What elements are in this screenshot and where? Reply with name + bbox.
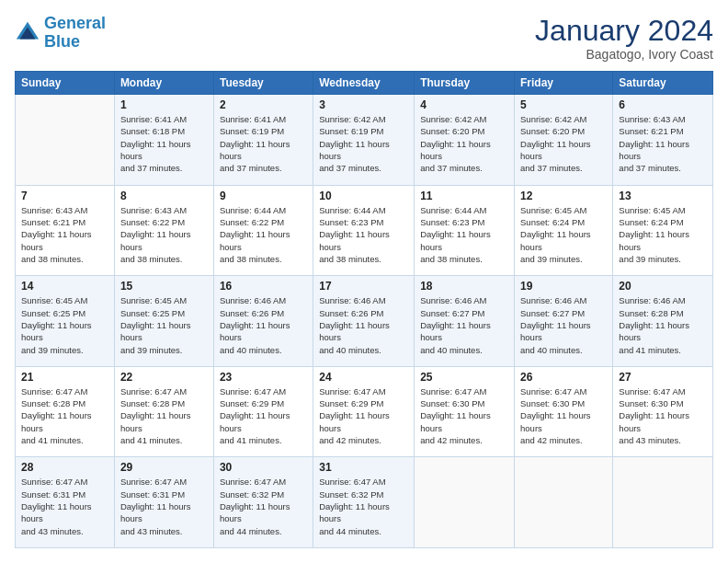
day-number: 31 bbox=[319, 461, 408, 474]
week-row-5: 28Sunrise: 6:47 AMSunset: 6:31 PMDayligh… bbox=[16, 457, 713, 548]
day-info: Sunrise: 6:46 AMSunset: 6:28 PMDaylight:… bbox=[619, 294, 707, 355]
day-number: 17 bbox=[319, 280, 408, 293]
day-cell: 29Sunrise: 6:47 AMSunset: 6:31 PMDayligh… bbox=[114, 457, 213, 548]
day-number: 14 bbox=[21, 280, 108, 293]
day-cell: 30Sunrise: 6:47 AMSunset: 6:32 PMDayligh… bbox=[213, 457, 313, 548]
day-cell: 17Sunrise: 6:46 AMSunset: 6:26 PMDayligh… bbox=[313, 276, 415, 367]
day-cell: 24Sunrise: 6:47 AMSunset: 6:29 PMDayligh… bbox=[313, 366, 415, 457]
day-number: 16 bbox=[220, 280, 307, 293]
day-cell: 11Sunrise: 6:44 AMSunset: 6:23 PMDayligh… bbox=[415, 185, 515, 276]
day-number: 10 bbox=[319, 190, 408, 202]
day-info: Sunrise: 6:46 AMSunset: 6:27 PMDaylight:… bbox=[420, 294, 508, 355]
day-cell: 14Sunrise: 6:45 AMSunset: 6:25 PMDayligh… bbox=[16, 276, 115, 367]
day-info: Sunrise: 6:41 AMSunset: 6:19 PMDaylight:… bbox=[220, 113, 307, 174]
week-row-3: 14Sunrise: 6:45 AMSunset: 6:25 PMDayligh… bbox=[16, 276, 713, 367]
day-cell: 28Sunrise: 6:47 AMSunset: 6:31 PMDayligh… bbox=[16, 457, 115, 548]
day-cell: 26Sunrise: 6:47 AMSunset: 6:30 PMDayligh… bbox=[515, 366, 613, 457]
weekday-header-friday: Friday bbox=[515, 72, 613, 95]
day-cell: 21Sunrise: 6:47 AMSunset: 6:28 PMDayligh… bbox=[16, 366, 115, 457]
day-number: 28 bbox=[21, 461, 108, 474]
page: General Blue January 2024 Bagatogo, Ivor… bbox=[0, 0, 728, 563]
day-info: Sunrise: 6:42 AMSunset: 6:20 PMDaylight:… bbox=[420, 113, 508, 174]
weekday-header-row: SundayMondayTuesdayWednesdayThursdayFrid… bbox=[16, 72, 713, 95]
day-info: Sunrise: 6:43 AMSunset: 6:22 PMDaylight:… bbox=[120, 204, 208, 265]
day-info: Sunrise: 6:47 AMSunset: 6:29 PMDaylight:… bbox=[319, 385, 408, 446]
day-cell: 22Sunrise: 6:47 AMSunset: 6:28 PMDayligh… bbox=[114, 366, 213, 457]
weekday-header-thursday: Thursday bbox=[415, 72, 515, 95]
day-info: Sunrise: 6:46 AMSunset: 6:26 PMDaylight:… bbox=[220, 294, 307, 355]
day-cell: 6Sunrise: 6:43 AMSunset: 6:21 PMDaylight… bbox=[613, 95, 713, 186]
weekday-header-tuesday: Tuesday bbox=[213, 72, 313, 95]
day-cell: 19Sunrise: 6:46 AMSunset: 6:27 PMDayligh… bbox=[515, 276, 613, 367]
day-number: 24 bbox=[319, 371, 408, 384]
day-cell: 2Sunrise: 6:41 AMSunset: 6:19 PMDaylight… bbox=[213, 95, 313, 186]
day-info: Sunrise: 6:47 AMSunset: 6:28 PMDaylight:… bbox=[21, 385, 108, 446]
day-info: Sunrise: 6:43 AMSunset: 6:21 PMDaylight:… bbox=[619, 113, 707, 174]
day-cell: 1Sunrise: 6:41 AMSunset: 6:18 PMDaylight… bbox=[114, 95, 213, 186]
day-info: Sunrise: 6:45 AMSunset: 6:25 PMDaylight:… bbox=[21, 294, 108, 355]
day-info: Sunrise: 6:42 AMSunset: 6:19 PMDaylight:… bbox=[319, 113, 408, 174]
day-cell: 3Sunrise: 6:42 AMSunset: 6:19 PMDaylight… bbox=[313, 95, 415, 186]
day-number: 29 bbox=[120, 461, 208, 474]
logo-icon bbox=[15, 20, 40, 46]
day-number: 19 bbox=[520, 280, 607, 293]
day-cell bbox=[515, 457, 613, 548]
day-cell: 16Sunrise: 6:46 AMSunset: 6:26 PMDayligh… bbox=[213, 276, 313, 367]
logo-text: General Blue bbox=[44, 15, 106, 52]
day-cell: 20Sunrise: 6:46 AMSunset: 6:28 PMDayligh… bbox=[613, 276, 713, 367]
week-row-1: 1Sunrise: 6:41 AMSunset: 6:18 PMDaylight… bbox=[16, 95, 713, 186]
day-cell: 7Sunrise: 6:43 AMSunset: 6:21 PMDaylight… bbox=[16, 185, 115, 276]
day-info: Sunrise: 6:45 AMSunset: 6:24 PMDaylight:… bbox=[520, 204, 607, 265]
day-cell: 18Sunrise: 6:46 AMSunset: 6:27 PMDayligh… bbox=[415, 276, 515, 367]
day-cell bbox=[415, 457, 515, 548]
day-cell: 12Sunrise: 6:45 AMSunset: 6:24 PMDayligh… bbox=[515, 185, 613, 276]
day-info: Sunrise: 6:47 AMSunset: 6:31 PMDaylight:… bbox=[21, 476, 108, 536]
day-info: Sunrise: 6:44 AMSunset: 6:23 PMDaylight:… bbox=[420, 204, 508, 265]
logo: General Blue bbox=[15, 15, 106, 52]
header: General Blue January 2024 Bagatogo, Ivor… bbox=[15, 15, 713, 62]
day-number: 15 bbox=[120, 280, 208, 293]
day-info: Sunrise: 6:47 AMSunset: 6:29 PMDaylight:… bbox=[220, 385, 307, 446]
day-number: 12 bbox=[520, 190, 607, 202]
day-number: 22 bbox=[120, 371, 208, 384]
day-number: 6 bbox=[619, 98, 707, 111]
day-cell: 15Sunrise: 6:45 AMSunset: 6:25 PMDayligh… bbox=[114, 276, 213, 367]
day-cell: 13Sunrise: 6:45 AMSunset: 6:24 PMDayligh… bbox=[613, 185, 713, 276]
day-cell bbox=[16, 95, 115, 186]
day-number: 27 bbox=[619, 371, 707, 384]
day-info: Sunrise: 6:46 AMSunset: 6:26 PMDaylight:… bbox=[319, 294, 408, 355]
day-cell: 8Sunrise: 6:43 AMSunset: 6:22 PMDaylight… bbox=[114, 185, 213, 276]
day-number: 1 bbox=[120, 98, 208, 111]
day-number: 25 bbox=[420, 371, 508, 384]
weekday-header-monday: Monday bbox=[114, 72, 213, 95]
day-number: 26 bbox=[520, 371, 607, 384]
day-number: 8 bbox=[120, 190, 208, 202]
day-info: Sunrise: 6:42 AMSunset: 6:20 PMDaylight:… bbox=[520, 113, 607, 174]
day-cell: 27Sunrise: 6:47 AMSunset: 6:30 PMDayligh… bbox=[613, 366, 713, 457]
week-row-4: 21Sunrise: 6:47 AMSunset: 6:28 PMDayligh… bbox=[16, 366, 713, 457]
location: Bagatogo, Ivory Coast bbox=[535, 47, 713, 62]
month-title: January 2024 bbox=[535, 15, 713, 47]
weekday-header-saturday: Saturday bbox=[613, 72, 713, 95]
day-number: 18 bbox=[420, 280, 508, 293]
day-number: 9 bbox=[220, 190, 307, 202]
day-cell: 10Sunrise: 6:44 AMSunset: 6:23 PMDayligh… bbox=[313, 185, 415, 276]
day-info: Sunrise: 6:47 AMSunset: 6:30 PMDaylight:… bbox=[520, 385, 607, 446]
day-cell: 25Sunrise: 6:47 AMSunset: 6:30 PMDayligh… bbox=[415, 366, 515, 457]
day-info: Sunrise: 6:45 AMSunset: 6:24 PMDaylight:… bbox=[619, 204, 707, 265]
day-number: 2 bbox=[220, 98, 307, 111]
day-info: Sunrise: 6:47 AMSunset: 6:28 PMDaylight:… bbox=[120, 385, 208, 446]
day-cell: 5Sunrise: 6:42 AMSunset: 6:20 PMDaylight… bbox=[515, 95, 613, 186]
calendar-table: SundayMondayTuesdayWednesdayThursdayFrid… bbox=[15, 71, 713, 548]
day-info: Sunrise: 6:41 AMSunset: 6:18 PMDaylight:… bbox=[120, 113, 208, 174]
week-row-2: 7Sunrise: 6:43 AMSunset: 6:21 PMDaylight… bbox=[16, 185, 713, 276]
day-number: 13 bbox=[619, 190, 707, 202]
day-info: Sunrise: 6:44 AMSunset: 6:23 PMDaylight:… bbox=[319, 204, 408, 265]
day-info: Sunrise: 6:45 AMSunset: 6:25 PMDaylight:… bbox=[120, 294, 208, 355]
day-number: 11 bbox=[420, 190, 508, 202]
day-cell: 9Sunrise: 6:44 AMSunset: 6:22 PMDaylight… bbox=[213, 185, 313, 276]
day-number: 3 bbox=[319, 98, 408, 111]
day-info: Sunrise: 6:44 AMSunset: 6:22 PMDaylight:… bbox=[220, 204, 307, 265]
title-block: January 2024 Bagatogo, Ivory Coast bbox=[535, 15, 713, 62]
day-number: 21 bbox=[21, 371, 108, 384]
